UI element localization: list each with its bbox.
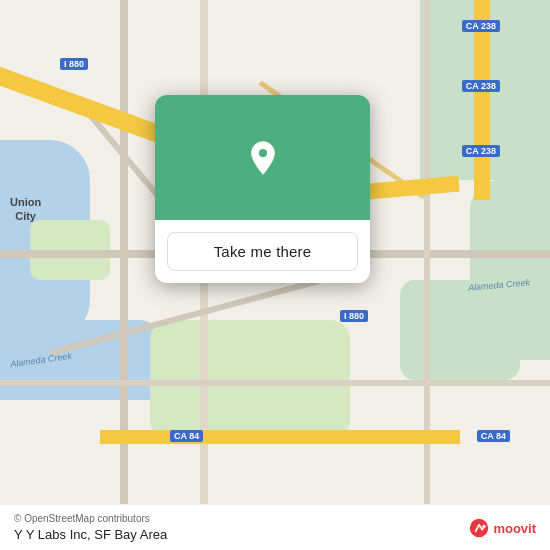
road-label-ca84-1: CA 84 [170,430,203,442]
location-pin [245,140,281,176]
bottom-bar: © OpenStreetMap contributors Y Y Labs In… [0,504,550,550]
street-vertical-1 [120,0,128,550]
street-horizontal-2 [0,380,550,386]
svg-point-0 [258,149,266,157]
location-title: Y Y Labs Inc, SF Bay Area [14,527,536,542]
map-container: I 880 I 880 I 880 CA 238 CA 238 CA 238 C… [0,0,550,550]
moovit-label: moovit [493,521,536,536]
city-label-union-city: UnionCity [10,195,41,224]
road-label-i880-1: I 880 [60,58,88,70]
moovit-icon [469,518,489,538]
popup-map-preview [155,95,370,220]
take-me-there-button[interactable]: Take me there [167,232,358,271]
road-label-ca238-2: CA 238 [462,80,500,92]
road-label-ca84-2: CA 84 [477,430,510,442]
map-attribution: © OpenStreetMap contributors [14,513,536,524]
green-area-2 [400,280,520,380]
moovit-logo: moovit [469,518,536,538]
street-vertical-right [424,0,430,550]
popup-tail [253,282,273,283]
road-label-i880-3: I 880 [340,310,368,322]
road-label-ca238-1: CA 238 [462,20,500,32]
road-ca84-horizontal [100,430,460,444]
location-popup: Take me there [155,95,370,283]
svg-point-1 [470,519,488,537]
road-label-ca238-3: CA 238 [462,145,500,157]
svg-point-2 [483,525,486,528]
